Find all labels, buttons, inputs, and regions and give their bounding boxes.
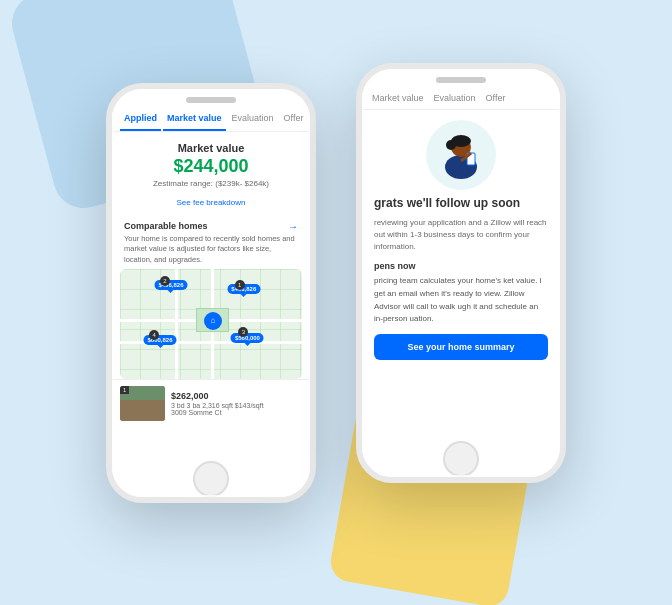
pin-num-1: 1	[235, 280, 245, 290]
comparable-homes-header: Comparable homes →	[112, 215, 310, 234]
next-heading: pens now	[374, 261, 548, 271]
market-value-price: $244,000	[124, 156, 298, 177]
property-address: 3009 Somme Ct	[171, 409, 302, 416]
person-illustration	[426, 120, 496, 190]
tab-right-evaluation[interactable]: Evaluation	[430, 87, 480, 109]
next-bullets: pricing team calculates your home's ket …	[374, 275, 548, 326]
tab-right-market-value[interactable]: Market value	[368, 87, 428, 109]
property-price: $262,000	[171, 391, 302, 401]
arrow-right-icon[interactable]: →	[288, 221, 298, 232]
home-button-left[interactable]	[193, 461, 229, 497]
illustration-area	[362, 110, 560, 196]
tab-offer[interactable]: Offer	[280, 107, 308, 131]
zestimate-range: Zestimate range: ($239k- $264k)	[124, 179, 298, 188]
comparable-homes-title: Comparable homes	[124, 221, 208, 231]
home-pin: ⌂	[204, 312, 222, 330]
property-badge: 1	[120, 386, 129, 394]
see-home-summary-button[interactable]: See your home summary	[374, 334, 548, 360]
right-tabs: Market value Evaluation Offer	[362, 87, 560, 110]
market-value-title: Market value	[124, 142, 298, 154]
right-phone-screen: Market value Evaluation Offer	[362, 87, 560, 437]
pin-num-2: 2	[160, 276, 170, 286]
pin-num-4: 4	[149, 330, 159, 340]
comparable-homes-desc: Your home is compared to recently sold h…	[112, 234, 310, 270]
home-button-right[interactable]	[443, 441, 479, 477]
congrats-heading: grats we'll follow up soon	[374, 196, 548, 212]
phone-speaker-right	[436, 77, 486, 83]
property-info: $262,000 3 bd 3 ba 2,316 sqft $143/sqft …	[171, 391, 302, 416]
phone-speaker-left	[186, 97, 236, 103]
property-card[interactable]: 1 $262,000 3 bd 3 ba 2,316 sqft $143/sqf…	[112, 379, 310, 427]
map-area[interactable]: $496,826 $486,826 $600,826 $560,000 ⌂ 2 …	[120, 269, 302, 379]
phone-right: Market value Evaluation Offer	[356, 63, 566, 483]
congrats-text: reviewing your application and a Zillow …	[374, 217, 548, 253]
left-phone-screen: Applied Market value Evaluation Offer Ma…	[112, 107, 310, 457]
svg-point-3	[446, 140, 456, 150]
property-details: 3 bd 3 ba 2,316 sqft $143/sqft	[171, 402, 302, 409]
left-tabs: Applied Market value Evaluation Offer	[112, 107, 310, 132]
person-svg	[431, 125, 491, 185]
phones-container: Applied Market value Evaluation Offer Ma…	[76, 33, 596, 573]
tab-applied[interactable]: Applied	[120, 107, 161, 131]
right-content: grats we'll follow up soon reviewing you…	[362, 196, 560, 361]
tab-evaluation[interactable]: Evaluation	[228, 107, 278, 131]
fee-breakdown-link[interactable]: See fee breakdown	[177, 198, 246, 207]
property-image: 1	[120, 386, 165, 421]
market-value-section: Market value $244,000 Zestimate range: (…	[112, 132, 310, 215]
tab-market-value[interactable]: Market value	[163, 107, 226, 131]
phone-left: Applied Market value Evaluation Offer Ma…	[106, 83, 316, 503]
tab-right-offer[interactable]: Offer	[482, 87, 510, 109]
